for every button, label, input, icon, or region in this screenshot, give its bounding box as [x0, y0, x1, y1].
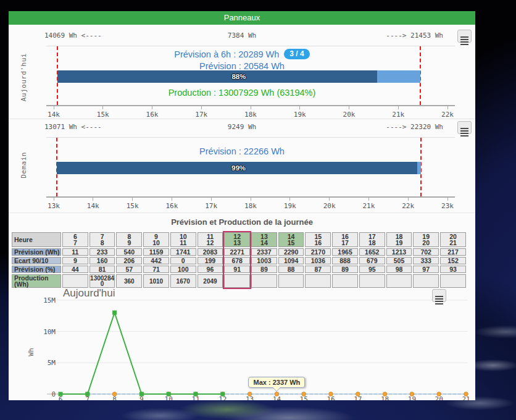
- hour-header-cell: 910: [143, 232, 169, 247]
- today-range-max-label: ----> 21453 Wh: [386, 32, 443, 40]
- tomorrow-forecast-text: Prévision : 22266 Wh: [9, 145, 475, 157]
- axis-tick-label: 21k: [356, 202, 381, 210]
- y-axis-label: 10M: [43, 328, 56, 336]
- table-cell: 152: [440, 257, 466, 264]
- today-export-menu-button[interactable]: [457, 30, 472, 43]
- today-plot-top-border: [46, 46, 455, 46]
- axis-tick-label: 19k: [288, 111, 312, 119]
- today-progressbar: 88%: [57, 70, 421, 83]
- table-cell: 71: [143, 266, 169, 273]
- table-cell: 88: [278, 266, 304, 273]
- axis-tick-label: 17k: [189, 111, 214, 119]
- table-cell: 233: [89, 248, 115, 256]
- table-cell: 0: [170, 257, 196, 264]
- axis-tick-label: 16k: [159, 202, 184, 210]
- tomorrow-progressbar: 99%: [57, 162, 421, 174]
- axis-tick: [299, 106, 300, 109]
- data-point-forecast: [464, 392, 468, 397]
- table-cell: 1036: [305, 257, 331, 264]
- hour-header-cell: 1314: [251, 232, 277, 247]
- table-cell: 57: [116, 266, 142, 273]
- axis-tick: [251, 198, 251, 201]
- axis-tick-label: 15k: [91, 111, 115, 119]
- today-production-text: Production : 13007929 Wh (63194%): [9, 86, 475, 98]
- table-cell: 95: [359, 266, 385, 273]
- today-forecast-6h-text: Prévision à 6h : 20289 Wh: [174, 49, 279, 59]
- tomorrow-range-max-label: ----> 22320 Wh: [386, 123, 443, 131]
- table-cell: 333: [413, 257, 439, 264]
- table-cell: 1965: [332, 248, 358, 256]
- axis-tick: [398, 106, 399, 109]
- table-row: Ecart 90/1091602064420199678100310941036…: [12, 257, 466, 264]
- table-row-label: Ecart 90/10: [12, 257, 61, 264]
- data-point-forecast: [410, 392, 414, 397]
- axis-tick-label: 23k: [435, 202, 460, 210]
- tomorrow-export-menu-button[interactable]: [457, 121, 472, 134]
- table-cell: 2170: [305, 248, 331, 256]
- data-point-forecast: [383, 392, 387, 397]
- y-axis-label: 15M: [43, 296, 56, 304]
- axis-tick-label: 20k: [317, 202, 342, 210]
- table-cell: 93: [440, 266, 466, 273]
- table-row-label: Heure: [12, 232, 61, 247]
- axis-tick: [201, 106, 202, 109]
- axis-tick: [172, 198, 172, 201]
- table-cell: 91: [224, 266, 250, 273]
- table-title: Prévision et Production de la journée: [9, 217, 475, 227]
- axis-tick: [289, 198, 290, 201]
- axis-tick-label: 22k: [396, 202, 420, 210]
- hourly-table-wrapper: Heure67788991010111112121313141415151616…: [10, 231, 468, 289]
- section-divider: [9, 119, 475, 119]
- page-title: Panneaux: [9, 11, 475, 25]
- axis-tick: [152, 106, 152, 109]
- table-cell: 81: [89, 266, 115, 273]
- axis-tick: [447, 198, 448, 201]
- axis-tick-label: 18k: [238, 111, 263, 119]
- section-divider: [9, 212, 475, 213]
- y-axis-label: 5M: [48, 359, 56, 367]
- forecast-counter-badge: 3 / 4: [284, 49, 309, 59]
- data-point-forecast: [329, 392, 333, 397]
- panneaux-panel: Panneaux 14069 Wh <---- 7384 Wh ----> 21…: [9, 11, 475, 400]
- axis-tick-label: 21k: [386, 111, 410, 119]
- y-axis-title: Wh: [27, 348, 35, 356]
- table-row: Prévision (Wh)11233540115917412083227123…: [12, 248, 466, 256]
- axis-tick: [132, 198, 133, 201]
- hour-header-cell: 1516: [305, 232, 331, 247]
- hour-header-cell: 1819: [386, 232, 412, 247]
- table-cell: 11: [62, 248, 88, 256]
- table-cell: 679: [359, 257, 385, 264]
- y-axis-label: 0: [51, 390, 56, 398]
- data-point-production: [112, 311, 117, 315]
- hour-header-cell: 1011: [170, 232, 196, 247]
- axis-tick-label: 14k: [81, 202, 106, 210]
- hamburger-icon: [460, 36, 468, 38]
- axis-tick: [93, 198, 93, 201]
- hour-header-cell: 89: [116, 232, 142, 247]
- axis-tick: [54, 106, 54, 109]
- table-cell: 2271: [224, 248, 250, 256]
- table-cell: 96: [198, 266, 223, 273]
- axis-tick-label: 16k: [140, 111, 165, 119]
- hamburger-icon: [435, 296, 443, 297]
- data-point-forecast: [112, 392, 117, 397]
- hour-header-cell: 1617: [332, 232, 358, 247]
- hour-header-cell: 1718: [359, 232, 385, 247]
- table-cell: 888: [332, 257, 358, 264]
- production-chart: 05M10M15MWh6789101112131415161718192021 …: [9, 283, 475, 400]
- data-point-production: [220, 392, 225, 396]
- table-cell: 206: [116, 257, 142, 264]
- data-point-forecast: [437, 392, 441, 397]
- axis-tick: [211, 198, 212, 201]
- axis-tick-label: 15k: [120, 202, 145, 210]
- axis-tick-label: 17k: [199, 202, 223, 210]
- chart-export-menu-button[interactable]: [432, 289, 446, 302]
- axis-tick: [349, 106, 349, 109]
- tomorrow-gauge-axis: 13k14k15k16k17k18k19k20k21k22k23k: [46, 196, 455, 220]
- axis-tick-label: 13k: [41, 202, 66, 210]
- hour-header-cell: 1112: [198, 232, 223, 247]
- table-cell: 199: [198, 257, 223, 264]
- data-point-production: [59, 392, 63, 397]
- tomorrow-progress-percent-label: 99%: [57, 162, 421, 174]
- table-cell: 1094: [278, 257, 304, 264]
